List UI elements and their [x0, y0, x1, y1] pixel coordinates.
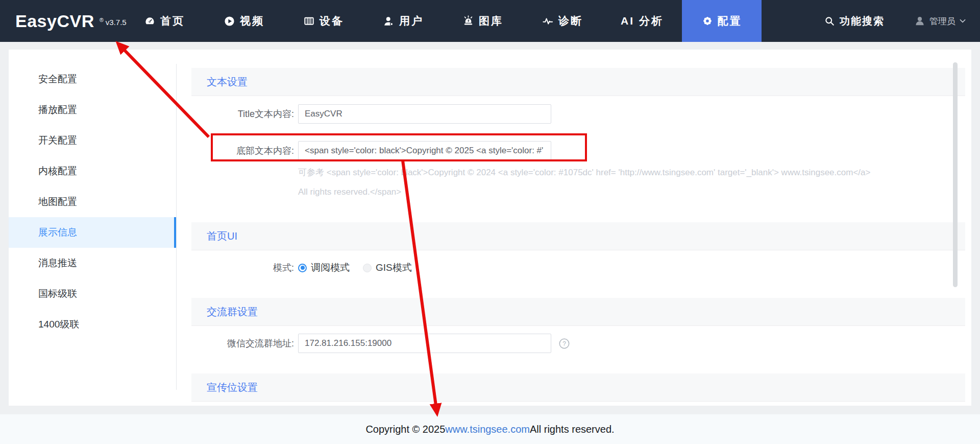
person-icon: [914, 15, 925, 27]
radio-option-review-mode[interactable]: 调阅模式: [298, 261, 350, 274]
nav-item-label: AI 分析: [621, 14, 664, 28]
nav-item-device[interactable]: 设备: [284, 0, 363, 42]
feature-search[interactable]: 功能搜索: [824, 14, 885, 28]
sidebar-item-switch[interactable]: 开关配置: [9, 125, 176, 156]
navbar-right: 功能搜索 管理员: [824, 0, 966, 42]
section-header-text-settings: 文本设置: [191, 68, 965, 96]
wechat-group-row: 微信交流群地址: ?: [191, 334, 570, 353]
mode-label: 模式:: [191, 262, 294, 274]
section-header-group-settings: 交流群设置: [191, 298, 965, 326]
title-text-row: Title文本内容:: [191, 104, 551, 124]
nav-item-label: 设备: [320, 14, 344, 28]
sidebar-item-security[interactable]: 安全配置: [9, 64, 176, 95]
sidebar-item-message-push[interactable]: 消息推送: [9, 248, 176, 278]
radio-unselected-icon[interactable]: [363, 264, 372, 272]
wechat-group-input[interactable]: [298, 334, 551, 353]
pulse-icon: [542, 15, 554, 27]
scrollbar-thumb[interactable]: [953, 62, 958, 287]
sidebar-item-display-info[interactable]: 展示信息: [9, 217, 176, 248]
nav-item-label: 用户: [399, 14, 424, 28]
nav-item-label: 图库: [479, 14, 503, 28]
gear-icon: [702, 15, 713, 27]
title-text-input[interactable]: [298, 104, 551, 124]
sidebar-item-gb-cascade[interactable]: 国标级联: [9, 278, 176, 309]
nav-item-label: 首页: [160, 14, 185, 28]
section-title: 宣传位设置: [207, 381, 258, 394]
nav-item-video[interactable]: 视频: [204, 0, 284, 42]
registered-mark: ®: [100, 17, 104, 23]
question-icon[interactable]: ?: [558, 338, 570, 349]
nav-item-label: 配置: [718, 14, 742, 28]
content-card: 安全配置 播放配置 开关配置 内核配置 地图配置 展示信息 消息推送 国标级联 …: [9, 50, 971, 406]
section-title: 首页UI: [207, 229, 237, 243]
wechat-group-label: 微信交流群地址:: [191, 337, 294, 349]
radio-option-gis-mode[interactable]: GIS模式: [363, 261, 412, 274]
main-menu: 首页 视频 设备 用户 图库: [125, 0, 762, 42]
mode-radio-group: 调阅模式 GIS模式: [298, 261, 412, 274]
footer-copyright-prefix: Copyright © 2025: [365, 424, 445, 435]
footer-link[interactable]: www.tsingsee.com: [445, 424, 530, 435]
logo-text: EasyCVR: [15, 11, 94, 31]
gauge-icon: [144, 15, 156, 27]
radio-selected-icon[interactable]: [298, 264, 307, 272]
user-menu[interactable]: 管理员: [914, 15, 966, 27]
version-number: v3.7.5: [106, 18, 127, 27]
footer-text-row: 底部文本内容:: [191, 141, 551, 160]
config-sidebar: 安全配置 播放配置 开关配置 内核配置 地图配置 展示信息 消息推送 国标级联 …: [9, 64, 176, 340]
mode-row: 模式: 调阅模式 GIS模式: [191, 258, 412, 277]
section-header-home-ui: 首页UI: [191, 222, 965, 250]
sidebar-item-1400-cascade[interactable]: 1400级联: [9, 309, 176, 340]
chevron-down-icon: [960, 19, 966, 23]
section-title: 交流群设置: [207, 305, 258, 319]
sidebar-divider: [176, 64, 177, 390]
nav-item-ai[interactable]: AI 分析: [602, 0, 682, 42]
footer-text-hint-line1: 可参考 <span style='color: black'>Copyright…: [298, 167, 870, 178]
nav-item-diagnosis[interactable]: 诊断: [523, 0, 602, 42]
nav-item-gallery[interactable]: 图库: [443, 0, 523, 42]
section-header-promo-settings: 宣传位设置: [191, 373, 965, 402]
settings-panel: 文本设置 Title文本内容: 底部文本内容: 可参考 <span style=…: [191, 50, 965, 406]
sidebar-item-kernel[interactable]: 内核配置: [9, 156, 176, 186]
nav-item-label: 视频: [240, 14, 264, 28]
page-footer: Copyright © 2025 www.tsingsee.com All ri…: [0, 414, 980, 444]
device-icon: [303, 15, 315, 27]
nav-item-label: 诊断: [558, 14, 583, 28]
footer-copyright-suffix: All rights reserved.: [530, 424, 615, 435]
feature-search-label: 功能搜索: [840, 14, 885, 28]
sidebar-item-map[interactable]: 地图配置: [9, 186, 176, 217]
top-navbar: EasyCVR ® v3.7.5 首页 视频 设备: [0, 0, 980, 42]
title-text-label: Title文本内容:: [191, 108, 294, 120]
easycvr-config-page: { "navbar": { "logo": "EasyCVR", "regist…: [0, 0, 980, 444]
radio-option-label: 调阅模式: [311, 261, 350, 274]
sidebar-item-playback[interactable]: 播放配置: [9, 95, 176, 125]
version-label: ® v3.7.5: [100, 18, 127, 27]
footer-text-input[interactable]: [298, 141, 551, 160]
nav-item-config[interactable]: 配置: [682, 0, 762, 42]
brand-logo: EasyCVR ® v3.7.5: [15, 0, 127, 42]
user-icon: [383, 15, 395, 27]
user-menu-label: 管理员: [929, 15, 955, 27]
nav-item-user[interactable]: 用户: [363, 0, 443, 42]
radio-option-label: GIS模式: [376, 261, 412, 274]
nav-item-home[interactable]: 首页: [125, 0, 204, 42]
search-icon: [824, 16, 835, 27]
svg-text:?: ?: [562, 340, 566, 347]
footer-text-hint-line2: All rights reserved.</span>: [298, 187, 401, 197]
play-icon: [224, 15, 235, 27]
alarm-icon: [462, 15, 474, 27]
footer-text-label: 底部文本内容:: [191, 145, 294, 157]
section-title: 文本设置: [207, 75, 248, 89]
